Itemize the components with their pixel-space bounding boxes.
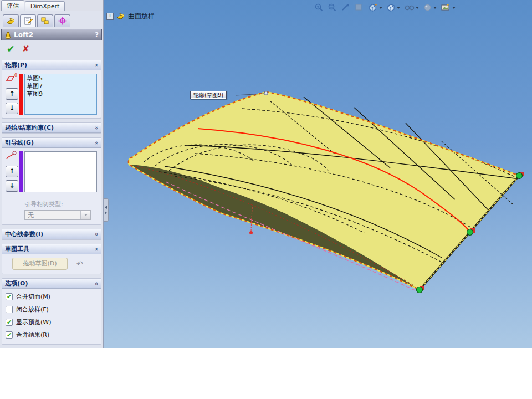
tab-dimxpert-manager[interactable]	[54, 14, 70, 27]
callout-anchor-point[interactable]	[264, 91, 268, 95]
manager-pane-tabs	[0, 11, 103, 27]
group-guides-title: 引导线(G)	[5, 139, 34, 147]
group-constraints-title: 起始/结束约束(C)	[5, 124, 54, 132]
group-start-end-constraints: 起始/结束约束(C) »	[2, 122, 101, 134]
group-centerline-parameters: 中心线参数(I) »	[2, 229, 101, 240]
heads-up-toolbar	[314, 3, 456, 12]
edit-appearance-icon[interactable]	[423, 3, 437, 12]
dimxpert-target-icon	[58, 17, 67, 25]
group-centerline-title: 中心线参数(I)	[5, 230, 43, 238]
checkbox-label: 显示预览(W)	[16, 318, 51, 326]
checkbox-merge-result[interactable]: ✔ 合并结果(R)	[2, 329, 101, 341]
zoom-fit-icon[interactable]	[314, 3, 324, 12]
property-manager-panel: 评估 DimXpert	[0, 0, 104, 348]
group-profiles-title: 轮廓(P)	[5, 61, 27, 69]
group-sketch-tools-title: 草图工具	[5, 245, 29, 253]
checkbox-show-preview[interactable]: ✔ 显示预览(W)	[2, 316, 101, 329]
feature-title: Loft2	[14, 31, 33, 39]
list-item[interactable]: 草图5	[27, 75, 96, 83]
drag-sketch-button[interactable]: 拖动草图(D)	[12, 258, 68, 270]
tab-property-manager[interactable]	[20, 14, 36, 27]
move-down-button[interactable]: ↓	[6, 103, 18, 114]
group-options: 选项(O) « ✔ 合并切面(M) 闭合放样(F) ✔ 显示预览(W) ✔	[2, 278, 101, 345]
group-guide-curves: 引导线(G) « ↑ ↓ 引导相切类型: 无	[2, 137, 101, 225]
tab-configuration-manager[interactable]	[37, 14, 53, 27]
expand-icon: »	[94, 126, 99, 129]
expand-icon: »	[94, 232, 99, 236]
group-guides-header[interactable]: 引导线(G) «	[2, 138, 101, 148]
profiles-color-bar	[19, 74, 23, 115]
checkbox-checked-icon: ✔	[6, 293, 13, 300]
group-sketch-tools-header[interactable]: 草图工具 «	[2, 244, 101, 254]
group-centerline-header[interactable]: 中心线参数(I) »	[2, 229, 101, 239]
connector-handle[interactable]	[467, 229, 473, 236]
command-manager-tabs: 评估 DimXpert	[0, 0, 103, 11]
confirm-bar: ✔ ✘	[0, 40, 103, 56]
loft-feature-icon	[4, 31, 12, 39]
view-orientation-icon[interactable]	[367, 3, 382, 12]
list-item[interactable]: 草图7	[27, 83, 96, 90]
tab-dimxpert[interactable]: DimXpert	[25, 1, 65, 11]
checkbox-checked-icon: ✔	[6, 319, 13, 326]
guide-move-down-button[interactable]: ↓	[6, 180, 18, 192]
svg-text:0: 0	[14, 73, 17, 78]
tree-expand-button[interactable]: +	[106, 13, 114, 20]
graphics-viewport[interactable]: + 曲面放样	[104, 0, 532, 348]
dropdown-arrow-icon[interactable]	[80, 211, 90, 219]
guide-tangency-label: 引导相切类型:	[24, 200, 101, 208]
feature-title-bar: Loft2 ?	[1, 29, 102, 40]
profiles-listbox[interactable]: 草图5 草图7 草图9	[24, 74, 97, 115]
group-sketch-tools: 草图工具 « 拖动草图(D) ↶	[2, 244, 101, 274]
connector-handle[interactable]	[516, 173, 523, 179]
apply-scene-icon[interactable]	[441, 3, 456, 12]
guides-color-bar	[19, 151, 23, 192]
flyout-feature-tree: + 曲面放样	[106, 12, 155, 21]
expand-right-icon	[105, 211, 107, 214]
group-profiles-header[interactable]: 轮廓(P) «	[2, 60, 101, 70]
list-item[interactable]: 草图9	[27, 90, 96, 98]
sketch-point[interactable]	[249, 231, 253, 234]
section-view-icon[interactable]	[354, 3, 364, 12]
collapse-icon: «	[94, 63, 99, 66]
guide-tangency-value: 无	[28, 211, 34, 219]
collapse-icon: «	[94, 282, 99, 285]
ok-button[interactable]: ✔	[7, 43, 14, 54]
surface-loft-icon	[116, 13, 125, 20]
display-style-icon[interactable]	[386, 3, 400, 12]
feature-tree-item-label[interactable]: 曲面放样	[128, 12, 155, 21]
connector-handle[interactable]	[417, 287, 423, 293]
panel-splitter-handle[interactable]	[104, 198, 109, 222]
undo-icon[interactable]: ↶	[76, 259, 83, 268]
configurations-icon	[40, 17, 50, 25]
tab-evaluate[interactable]: 评估	[1, 0, 24, 11]
profiles-selection-icon: 0	[5, 73, 18, 83]
collapse-icon: «	[94, 141, 99, 144]
move-up-button[interactable]: ↑	[6, 88, 18, 100]
checkbox-merge-tangent-faces[interactable]: ✔ 合并切面(M)	[2, 290, 101, 303]
guides-selection-icon	[5, 151, 18, 161]
cancel-button[interactable]: ✘	[22, 44, 29, 54]
group-options-title: 选项(O)	[5, 279, 28, 288]
guide-move-up-button[interactable]: ↑	[6, 166, 18, 177]
group-profiles: 轮廓(P) « 0 ↑ ↓ 草图5 草图7 草图9	[2, 60, 101, 119]
group-constraints-header[interactable]: 起始/结束约束(C) »	[2, 123, 101, 133]
feature-tree-icon	[6, 17, 16, 25]
hide-show-items-icon[interactable]	[404, 3, 419, 12]
collapse-left-icon	[105, 206, 107, 209]
zoom-area-icon[interactable]	[328, 3, 337, 12]
checkbox-label: 合并切面(M)	[16, 293, 50, 301]
checkbox-label: 闭合放样(F)	[16, 305, 49, 314]
property-sheet-icon	[24, 17, 33, 25]
checkbox-unchecked-icon	[6, 306, 13, 313]
loft-preview-model	[104, 0, 532, 348]
help-button[interactable]: ?	[95, 31, 99, 39]
checkbox-close-loft[interactable]: 闭合放样(F)	[2, 303, 101, 316]
previous-view-icon[interactable]	[341, 3, 350, 12]
tab-feature-manager[interactable]	[3, 14, 19, 27]
guides-listbox[interactable]	[24, 151, 97, 192]
group-options-header[interactable]: 选项(O) «	[2, 279, 101, 289]
screenshot-blank-area	[0, 348, 532, 399]
checkbox-checked-icon: ✔	[6, 331, 13, 339]
guide-tangency-select[interactable]: 无	[24, 210, 91, 220]
solidworks-window: 评估 DimXpert	[0, 0, 532, 399]
